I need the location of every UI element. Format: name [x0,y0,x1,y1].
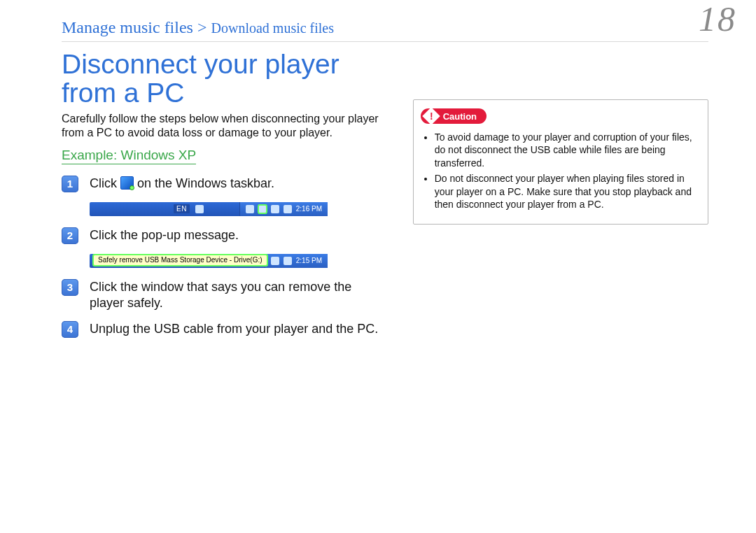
intro-text: Carefully follow the steps below when di… [62,112,385,141]
tray-icon [246,205,254,213]
breadcrumb: Manage music files > Download music file… [62,18,708,37]
caution-icon: ! [422,107,440,125]
caution-item: To avoid damage to your player and corru… [435,131,698,169]
page-number: 18 [699,1,736,36]
content-columns: Disconnect your player from a PC Careful… [62,49,708,348]
manual-page: 18 Manage music files > Download music f… [0,0,756,533]
step-1: 1 Click on the Windows taskbar. [62,176,385,192]
taskbar2-time: 2:15 PM [296,257,322,264]
step-2: 2 Click the pop-up message. [62,227,385,244]
caution-box: ! Caution To avoid damage to your player… [413,99,708,225]
step-number-3: 3 [62,279,78,296]
taskbar1-lang: EN [174,204,190,213]
safely-remove-icon [120,176,134,190]
taskbar1-tray: 2:16 PM [239,202,328,216]
taskbar1-time: 2:16 PM [296,205,322,213]
caution-badge: ! Caution [421,108,486,124]
breadcrumb-sub: Download music files [211,20,335,36]
breadcrumb-sep: > [193,18,211,36]
step-3-text: Click the window that says you can remov… [90,279,385,311]
right-column: ! Caution To avoid damage to your player… [413,49,708,348]
caution-label: Caution [443,111,477,122]
caution-item: Do not disconnect your player when playi… [435,172,698,211]
breadcrumb-main: Manage music files [62,18,193,36]
tray-icon [271,205,279,213]
taskbar2-tray: 2:15 PM [265,254,328,268]
caution-list: To avoid damage to your player and corru… [435,131,698,211]
tray-icon [284,257,292,265]
safely-remove-balloon: Safely remove USB Mass Storage Device - … [93,255,267,266]
page-title: Disconnect your player from a PC [62,50,385,108]
tray-icon [284,205,292,213]
step-4-text: Unplug the USB cable from your player an… [90,321,378,338]
step-number-1: 1 [62,176,78,192]
tray-safely-remove-icon [258,205,267,213]
step-1-text: Click on the Windows taskbar. [90,176,274,192]
example-label: Example: Windows XP [62,148,196,164]
step-number-4: 4 [62,321,78,338]
step-1-text-a: Click [90,176,120,190]
tray-icon [271,257,279,265]
step-3: 3 Click the window that says you can rem… [62,279,385,311]
step-number-2: 2 [62,227,78,244]
taskbar-screenshot-2: Safely remove USB Mass Storage Device - … [90,254,328,268]
step-2-text: Click the pop-up message. [90,227,239,244]
step-1-text-b: on the Windows taskbar. [137,176,274,190]
header-divider [62,41,708,42]
taskbar-screenshot-1: EN 2:16 PM [90,202,328,216]
step-4: 4 Unplug the USB cable from your player … [62,321,385,338]
left-column: Disconnect your player from a PC Careful… [62,49,385,348]
tray-icon [195,205,204,213]
